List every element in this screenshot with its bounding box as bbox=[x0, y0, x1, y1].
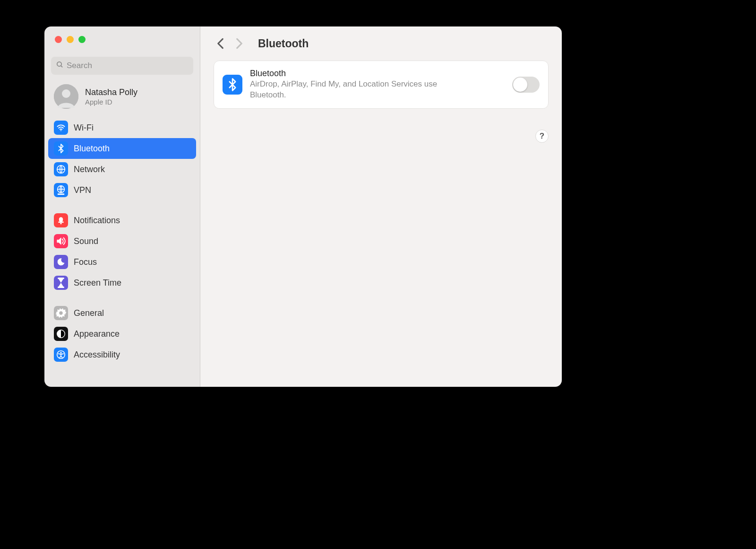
back-button[interactable] bbox=[214, 35, 227, 52]
sidebar-item-screen-time[interactable]: Screen Time bbox=[48, 272, 196, 293]
sidebar-item-network[interactable]: Network bbox=[48, 159, 196, 180]
svg-point-3 bbox=[62, 89, 70, 98]
svg-point-10 bbox=[60, 223, 61, 224]
sidebar-item-label: Sound bbox=[74, 236, 98, 246]
bluetooth-panel-title: Bluetooth bbox=[250, 69, 505, 78]
toggle-knob bbox=[513, 78, 527, 92]
sidebar-item-bluetooth[interactable]: Bluetooth bbox=[48, 138, 196, 159]
globe-icon bbox=[54, 162, 68, 176]
svg-line-1 bbox=[61, 66, 62, 67]
svg-point-4 bbox=[60, 130, 61, 131]
bluetooth-panel-description: AirDrop, AirPlay, Find My, and Location … bbox=[250, 79, 448, 101]
wifi-icon bbox=[54, 121, 68, 135]
search-field[interactable] bbox=[51, 57, 193, 75]
sidebar-item-label: Accessibility bbox=[74, 350, 120, 360]
svg-rect-7 bbox=[58, 193, 65, 195]
sidebar-item-label: Focus bbox=[74, 257, 97, 267]
svg-rect-12 bbox=[58, 287, 64, 288]
sidebar-item-label: Wi-Fi bbox=[74, 123, 94, 133]
search-icon bbox=[56, 61, 67, 71]
sidebar-item-appearance[interactable]: Appearance bbox=[48, 323, 196, 344]
bluetooth-icon bbox=[54, 141, 68, 156]
hourglass-icon bbox=[54, 276, 68, 290]
sidebar-item-focus[interactable]: Focus bbox=[48, 252, 196, 272]
zoom-window-button[interactable] bbox=[78, 36, 86, 43]
sidebar-item-label: VPN bbox=[74, 185, 91, 195]
bluetooth-icon bbox=[223, 75, 242, 95]
minimize-window-button[interactable] bbox=[67, 36, 74, 43]
forward-button[interactable] bbox=[232, 35, 246, 52]
sound-icon bbox=[54, 234, 68, 248]
sidebar-item-label: General bbox=[74, 308, 104, 318]
svg-rect-9 bbox=[58, 222, 64, 223]
sidebar-item-label: Screen Time bbox=[74, 278, 121, 288]
bluetooth-toggle-panel: Bluetooth AirDrop, AirPlay, Find My, and… bbox=[214, 61, 549, 109]
search-input[interactable] bbox=[67, 61, 189, 70]
sidebar-item-label: Notifications bbox=[74, 216, 120, 226]
window-controls bbox=[44, 26, 200, 51]
sidebar-item-label: Network bbox=[74, 165, 105, 174]
settings-window: Natasha Polly Apple ID Wi-FiBluetoothNet… bbox=[44, 26, 562, 387]
svg-rect-11 bbox=[58, 278, 64, 279]
sidebar-item-label: Appearance bbox=[74, 329, 120, 339]
page-title: Bluetooth bbox=[258, 37, 309, 50]
svg-point-16 bbox=[60, 352, 61, 353]
sidebar-item-notifications[interactable]: Notifications bbox=[48, 210, 196, 231]
header: Bluetooth bbox=[200, 26, 562, 61]
account-name: Natasha Polly bbox=[85, 87, 137, 97]
sidebar-item-vpn[interactable]: VPN bbox=[48, 180, 196, 200]
vpn-globe-icon bbox=[54, 183, 68, 197]
avatar bbox=[54, 84, 78, 109]
svg-point-0 bbox=[57, 62, 61, 66]
apple-id-entry[interactable]: Natasha Polly Apple ID bbox=[44, 78, 200, 117]
bluetooth-toggle[interactable] bbox=[512, 77, 540, 93]
sidebar-item-general[interactable]: General bbox=[48, 303, 196, 323]
sidebar: Natasha Polly Apple ID Wi-FiBluetoothNet… bbox=[44, 26, 200, 387]
sidebar-nav: Wi-FiBluetoothNetworkVPNNotificationsSou… bbox=[44, 117, 200, 365]
accessibility-icon bbox=[54, 348, 68, 362]
appearance-icon bbox=[54, 327, 68, 341]
gear-icon bbox=[54, 306, 68, 320]
bell-icon bbox=[54, 213, 68, 227]
svg-rect-8 bbox=[59, 217, 63, 222]
close-window-button[interactable] bbox=[55, 36, 62, 43]
help-button[interactable]: ? bbox=[535, 130, 549, 143]
account-sub: Apple ID bbox=[85, 98, 137, 106]
sidebar-item-sound[interactable]: Sound bbox=[48, 231, 196, 252]
sidebar-item-accessibility[interactable]: Accessibility bbox=[48, 344, 196, 365]
sidebar-item-label: Bluetooth bbox=[74, 144, 110, 154]
moon-icon bbox=[54, 255, 68, 269]
main-pane: Bluetooth Bluetooth AirDrop, AirPlay, Fi… bbox=[200, 26, 562, 387]
sidebar-item-wi-fi[interactable]: Wi-Fi bbox=[48, 117, 196, 138]
